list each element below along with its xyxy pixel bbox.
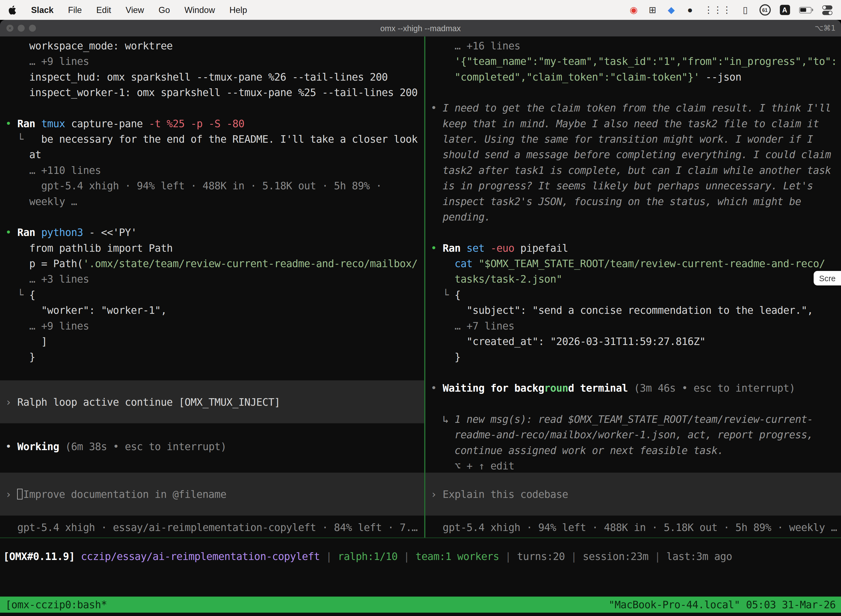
menu-bar: Slack FileEditViewGoWindowHelp ◉⊞◆●⋮⋮⋮▯6…	[0, 0, 841, 20]
terminal-line: "created_at": "2026-03-31T11:59:27.816Z"	[425, 334, 841, 349]
tmux-pane-right[interactable]: … +16 lines '{"team_name":"my-team","tas…	[425, 37, 841, 538]
terminal-line: • Ran tmux capture-pane -t %25 -p -S -80	[0, 116, 424, 131]
terminal-line: inspect_worker-1: omx sparkshell --tmux-…	[0, 85, 424, 100]
ralph-loop-banner[interactable]: › Ralph loop active continue [OMX_TMUX_I…	[0, 380, 424, 423]
terminal-line: tasks/task-2.json"	[425, 271, 841, 287]
terminal-line	[0, 100, 424, 116]
terminal-line	[425, 224, 841, 240]
menu-help[interactable]: Help	[230, 5, 247, 15]
terminal-line: … +110 lines	[0, 163, 424, 178]
input-source-icon[interactable]: A	[779, 5, 790, 15]
terminal-line: should send a message before completing …	[425, 147, 841, 163]
minimize-window-button[interactable]	[18, 25, 25, 31]
phone-icon[interactable]: ▯	[741, 4, 750, 16]
working-status: • Working (6m 38s • esc to interrupt)	[0, 439, 424, 454]
terminal-line: gpt-5.4 xhigh · 94% left · 488K in · 5.1…	[0, 178, 424, 194]
text-cursor	[18, 489, 23, 500]
terminal-line: … +9 lines	[0, 318, 424, 334]
screen-recording-indicator-icon[interactable]: ◉	[629, 4, 639, 16]
terminal-line: ⌥ + ↑ edit	[425, 458, 841, 474]
window-title-bar[interactable]: × omx --xhigh --madmax ⌥⌘1	[0, 20, 841, 37]
menu-file[interactable]: File	[68, 5, 82, 15]
terminal-line: ↳ 1 new msg(s): read $OMX_TEAM_STATE_ROO…	[425, 412, 841, 427]
terminal-line	[425, 365, 841, 380]
battery-icon[interactable]	[799, 4, 813, 16]
terminal-line: └ be necessary for the end of the README…	[0, 131, 424, 147]
session-footer: gpt-5.4 xhigh · 94% left · 488K in · 5.1…	[425, 520, 841, 535]
menu-go[interactable]: Go	[159, 5, 170, 15]
terminal-window: × omx --xhigh --madmax ⌥⌘1 workspace_mod…	[0, 20, 841, 616]
terminal-line: continue assigned work or next feasible …	[425, 443, 841, 458]
terminal-line: keep that in mind. Maybe I also need the…	[425, 116, 841, 131]
terminal-line	[425, 396, 841, 412]
session-footer: gpt-5.4 xhigh · essay/ai-reimplementatio…	[0, 520, 424, 535]
tmux-host-clock: "MacBook-Pro-44.local" 05:03 31-Mar-26	[609, 598, 836, 610]
menu-window[interactable]: Window	[185, 5, 215, 15]
terminal-line: }	[425, 349, 841, 365]
blue-app-icon[interactable]: ◆	[666, 4, 676, 16]
terminal-line: from pathlib import Path	[0, 241, 424, 256]
terminal-line	[425, 85, 841, 100]
terminal-line: ]	[0, 334, 424, 349]
tmux-pane-left[interactable]: workspace_mode: worktree … +9 lines insp…	[0, 37, 424, 538]
terminal-line: • Ran set -euo pipefail	[425, 241, 841, 256]
terminal-line: pending.	[425, 209, 841, 224]
terminal-line: workspace_mode: worktree	[0, 38, 424, 54]
terminal-line: inspect task2's JSON, focusing on the st…	[425, 194, 841, 209]
terminal-line: └ {	[425, 287, 841, 302]
prompt-input[interactable]: › Improve documentation in @filename	[0, 473, 424, 516]
apple-logo-icon	[9, 5, 16, 15]
terminal-line: at	[0, 147, 424, 163]
terminal-line: readme-and-reco/mailbox/worker-1.json, a…	[425, 427, 841, 442]
terminal-line: }	[0, 349, 424, 365]
prompt-input[interactable]: › Explain this codebase	[425, 473, 841, 516]
control-center-icon[interactable]	[822, 4, 832, 16]
battery-gauge-icon[interactable]: 61	[759, 4, 771, 16]
dark-app-icon[interactable]: ●	[685, 4, 695, 16]
terminal-line: cat "$OMX_TEAM_STATE_ROOT/team/review-cu…	[425, 256, 841, 271]
terminal-content: workspace_mode: worktree … +9 lines insp…	[0, 37, 841, 616]
omx-status-line: [OMX#0.11.9] cczip/essay/ai-reimplementa…	[0, 549, 841, 565]
close-window-button[interactable]: ×	[6, 25, 13, 31]
terminal-line: later. Using the same for transition mig…	[425, 131, 841, 147]
terminal-line: weekly …	[0, 194, 424, 209]
terminal-line: … +16 lines	[425, 38, 841, 54]
terminal-line: task2 after task1 is complete, but can I…	[425, 163, 841, 178]
terminal-line: └ {	[0, 287, 424, 302]
waiting-status: • Waiting for background terminal (3m 46…	[425, 380, 841, 396]
grid-app-icon[interactable]: ⊞	[648, 4, 657, 16]
terminal-line: "worker": "worker-1",	[0, 302, 424, 318]
terminal-line	[0, 209, 424, 224]
terminal-line: '{"team_name":"my-team","task_id":"1","f…	[425, 54, 841, 69]
terminal-line	[0, 454, 424, 470]
thinking-text: • I need to get the claim token from the…	[425, 100, 841, 116]
apple-menu[interactable]	[9, 5, 16, 15]
zoom-window-button[interactable]	[29, 25, 36, 31]
terminal-line: … +7 lines	[425, 318, 841, 334]
window-title: omx --xhigh --madmax	[0, 24, 841, 33]
terminal-line: is in progress? It seems likely but perh…	[425, 178, 841, 194]
terminal-line: … +9 lines	[0, 54, 424, 69]
tmux-status-bar: [omx-cczip0:bash* "MacBook-Pro-44.local"…	[0, 597, 841, 613]
tmux-pane-bottom: [OMX#0.11.9] cczip/essay/ai-reimplementa…	[0, 538, 841, 597]
terminal-line	[0, 365, 424, 380]
menu-edit[interactable]: Edit	[96, 5, 111, 15]
menu-app-name[interactable]: Slack	[31, 5, 54, 15]
screen-notification[interactable]: Scre	[814, 271, 841, 285]
terminal-line: … +3 lines	[0, 271, 424, 287]
terminal-line: "subject": "send a concise recommendatio…	[425, 302, 841, 318]
terminal-line	[0, 423, 424, 439]
menu-view[interactable]: View	[126, 5, 144, 15]
terminal-line: "completed","claim_token":"claim-token"}…	[425, 69, 841, 85]
dots-grid-icon[interactable]: ⋮⋮⋮	[704, 4, 731, 16]
screen: Slack FileEditViewGoWindowHelp ◉⊞◆●⋮⋮⋮▯6…	[0, 0, 841, 616]
terminal-line: p = Path('.omx/state/team/review-current…	[0, 256, 424, 271]
terminal-line: inspect_hud: omx sparkshell --tmux-pane …	[0, 69, 424, 85]
terminal-line: • Ran python3 - <<'PY'	[0, 224, 424, 240]
window-shortcut-hint: ⌥⌘1	[815, 24, 836, 32]
tmux-session-label: [omx-cczip0:bash*	[5, 598, 107, 610]
